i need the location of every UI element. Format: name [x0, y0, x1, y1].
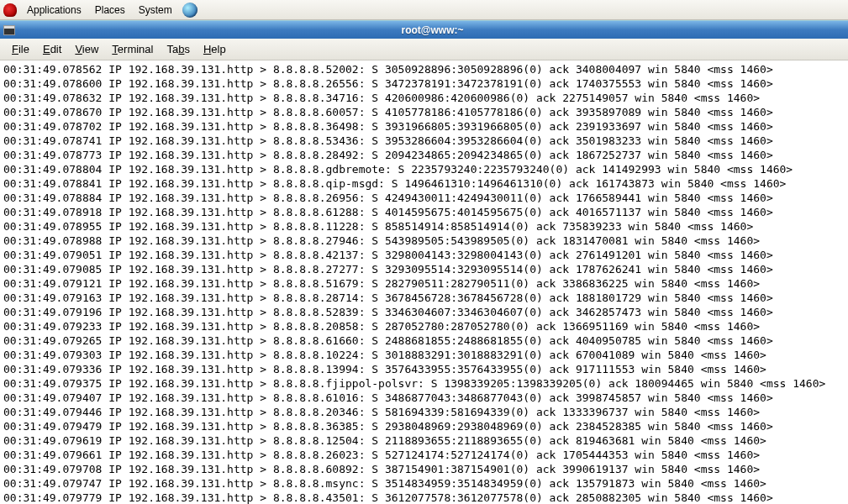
terminal-window-icon [3, 25, 15, 35]
terminal-line: 00:31:49.078702 IP 192.168.39.131.http >… [3, 119, 845, 134]
terminal-line: 00:31:49.079779 IP 192.168.39.131.http >… [3, 491, 845, 504]
window-title: root@www:~ [20, 24, 845, 36]
terminal-line: 00:31:49.078670 IP 192.168.39.131.http >… [3, 105, 845, 119]
terminal-line: 00:31:49.079163 IP 192.168.39.131.http >… [3, 291, 845, 305]
terminal-line: 00:31:49.079619 IP 192.168.39.131.http >… [3, 433, 845, 448]
terminal-line: 00:31:49.078988 IP 192.168.39.131.http >… [3, 234, 845, 248]
terminal-line: 00:31:49.078884 IP 192.168.39.131.http >… [3, 191, 845, 205]
menu-help[interactable]: Help [197, 41, 233, 57]
terminal-menubar: File Edit View Terminal Tabs Help [0, 39, 848, 60]
gnome-panel: Applications Places System [0, 0, 848, 20]
terminal-line: 00:31:49.078562 IP 192.168.39.131.http >… [3, 62, 845, 76]
terminal-line: 00:31:49.078804 IP 192.168.39.131.http >… [3, 162, 845, 176]
terminal-line: 00:31:49.078841 IP 192.168.39.131.http >… [3, 176, 845, 191]
applications-menu[interactable]: Applications [20, 3, 88, 18]
window-titlebar[interactable]: root@www:~ [0, 20, 848, 39]
terminal-line: 00:31:49.079407 IP 192.168.39.131.http >… [3, 391, 845, 405]
terminal-line: 00:31:49.079303 IP 192.168.39.131.http >… [3, 348, 845, 362]
terminal-line: 00:31:49.079747 IP 192.168.39.131.http >… [3, 476, 845, 491]
terminal-line: 00:31:49.079661 IP 192.168.39.131.http >… [3, 448, 845, 462]
terminal-line: 00:31:49.078918 IP 192.168.39.131.http >… [3, 205, 845, 219]
terminal-line: 00:31:49.078600 IP 192.168.39.131.http >… [3, 76, 845, 91]
terminal-line: 00:31:49.079265 IP 192.168.39.131.http >… [3, 333, 845, 348]
terminal-line: 00:31:49.078955 IP 192.168.39.131.http >… [3, 219, 845, 234]
system-menu[interactable]: System [132, 3, 179, 18]
places-menu[interactable]: Places [88, 3, 132, 18]
menu-tabs[interactable]: Tabs [160, 41, 196, 57]
distro-logo-icon[interactable] [3, 3, 17, 17]
terminal-line: 00:31:49.079375 IP 192.168.39.131.http >… [3, 376, 845, 391]
terminal-line: 00:31:49.079121 IP 192.168.39.131.http >… [3, 276, 845, 291]
terminal-line: 00:31:49.079051 IP 192.168.39.131.http >… [3, 248, 845, 262]
terminal-line: 00:31:49.078632 IP 192.168.39.131.http >… [3, 91, 845, 105]
terminal-line: 00:31:49.078741 IP 192.168.39.131.http >… [3, 134, 845, 148]
terminal-line: 00:31:49.079708 IP 192.168.39.131.http >… [3, 462, 845, 476]
terminal-line: 00:31:49.079233 IP 192.168.39.131.http >… [3, 319, 845, 333]
terminal-line: 00:31:49.078773 IP 192.168.39.131.http >… [3, 148, 845, 162]
terminal-line: 00:31:49.079196 IP 192.168.39.131.http >… [3, 305, 845, 319]
terminal-line: 00:31:49.079446 IP 192.168.39.131.http >… [3, 405, 845, 419]
terminal-line: 00:31:49.079479 IP 192.168.39.131.http >… [3, 419, 845, 433]
terminal-output[interactable]: 00:31:49.078562 IP 192.168.39.131.http >… [0, 60, 848, 504]
terminal-line: 00:31:49.079336 IP 192.168.39.131.http >… [3, 362, 845, 376]
menu-terminal[interactable]: Terminal [105, 41, 160, 57]
menu-file[interactable]: File [5, 41, 36, 57]
menu-view[interactable]: View [68, 41, 105, 57]
terminal-line: 00:31:49.079085 IP 192.168.39.131.http >… [3, 262, 845, 276]
menu-edit[interactable]: Edit [36, 41, 68, 57]
browser-launcher-icon[interactable] [182, 3, 198, 18]
